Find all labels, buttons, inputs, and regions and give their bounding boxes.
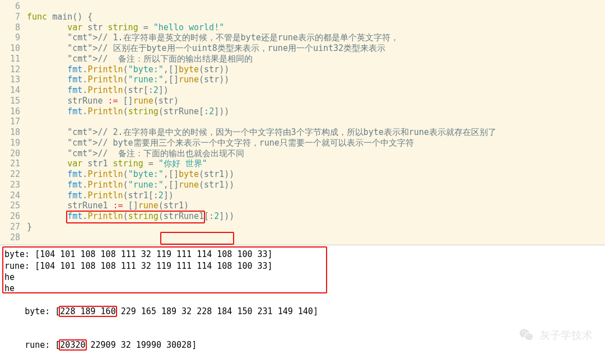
- code-text: fmt.Println(string(strRune[:2])): [27, 106, 605, 117]
- code-line: 8 var str string = "hello world!": [0, 22, 605, 33]
- line-number: 10: [0, 43, 27, 54]
- code-text: fmt.Println("byte:",[]byte(str1)): [27, 169, 605, 180]
- wechat-icon: [518, 327, 535, 344]
- line-number: 24: [0, 190, 27, 201]
- line-number: 26: [0, 211, 27, 222]
- line-number: 15: [0, 96, 27, 106]
- output-line: byte: [104 101 108 108 111 32 119 111 11…: [4, 249, 603, 260]
- code-line: 19 "cmt">// byte需要用三个来表示一个中文字符，rune只需要一个…: [0, 138, 605, 148]
- code-line: 20 "cmt">// 备注：下面的输出也就会出现不同: [0, 148, 605, 159]
- code-line: 6: [0, 1, 605, 12]
- code-text: "cmt">// byte需要用三个来表示一个中文字符，rune只需要一个就可以…: [27, 138, 605, 148]
- line-number: 16: [0, 106, 27, 117]
- code-text: [27, 232, 605, 243]
- line-number: 27: [0, 222, 27, 232]
- watermark-text: 灰子学技术: [539, 328, 593, 343]
- code-line: 28: [0, 232, 605, 243]
- code-line: 16 fmt.Println(string(strRune[:2])): [0, 106, 605, 117]
- line-number: 25: [0, 200, 27, 211]
- line-number: 13: [0, 74, 27, 85]
- code-line: 9 "cmt">// 1.在字符串是英文的时候，不管是byte还是rune表示的…: [0, 32, 605, 43]
- line-number: 19: [0, 138, 27, 148]
- code-text: }: [27, 222, 605, 232]
- code-text: "cmt">// 2.在字符串是中文的时候，因为一个中文字符由3个字节构成，所以…: [27, 127, 605, 138]
- code-text: func main() {: [27, 12, 605, 22]
- code-line: 15 strRune := []rune(str): [0, 96, 605, 106]
- highlight-box-strrune1: [160, 232, 234, 245]
- program-output: byte: [104 101 108 108 111 32 119 111 11…: [0, 245, 605, 364]
- line-number: 12: [0, 64, 27, 75]
- code-line: 27}: [0, 222, 605, 232]
- code-text: "cmt">// 1.在字符串是英文的时候，不管是byte还是rune表示的都是…: [27, 32, 605, 43]
- code-text: fmt.Println("rune:",[]rune(str1)): [27, 180, 605, 190]
- line-number: 6: [0, 1, 27, 12]
- code-line: 18 "cmt">// 2.在字符串是中文的时候，因为一个中文字符由3个字节构成…: [0, 127, 605, 138]
- code-text: "cmt">// 备注：所以下面的输出结果是相同的: [27, 54, 605, 64]
- line-number: 28: [0, 232, 27, 243]
- code-line: 21 var str1 string = "你好 世界": [0, 158, 605, 169]
- output-line: he: [4, 283, 603, 294]
- code-line: 11 "cmt">// 备注：所以下面的输出结果是相同的: [0, 54, 605, 64]
- code-line: 23 fmt.Println("rune:",[]rune(str1)): [0, 180, 605, 190]
- code-line: 22 fmt.Println("byte:",[]byte(str1)): [0, 169, 605, 180]
- code-line: 26 fmt.Println(string(strRune1[:2])): [0, 211, 605, 222]
- line-number: 11: [0, 54, 27, 64]
- code-line: 7func main() {: [0, 12, 605, 22]
- output-line: he: [4, 272, 603, 283]
- code-line: 25 strRune1 := []rune(str1): [0, 200, 605, 211]
- code-line: 24 fmt.Println(str1[:2]): [0, 190, 605, 201]
- code-text: "cmt">// 区别在于byte用一个uint8类型来表示，rune用一个ui…: [27, 43, 605, 54]
- line-number: 7: [0, 12, 27, 22]
- output-line: rune: [20320 22909 32 19990 30028]: [4, 328, 603, 362]
- code-line: 17: [0, 116, 605, 127]
- line-number: 14: [0, 85, 27, 96]
- code-line: 12 fmt.Println("byte:",[]byte(str)): [0, 64, 605, 75]
- code-text: fmt.Println("byte:",[]byte(str)): [27, 64, 605, 75]
- code-text: strRune1 := []rune(str1): [27, 200, 605, 211]
- code-line: 10 "cmt">// 区别在于byte用一个uint8类型来表示，rune用一…: [0, 43, 605, 54]
- line-number: 8: [0, 22, 27, 33]
- line-number: 22: [0, 169, 27, 180]
- code-line: 14 fmt.Println(str[:2]): [0, 85, 605, 96]
- code-text: var str string = "hello world!": [27, 22, 605, 33]
- line-number: 18: [0, 127, 27, 138]
- line-number: 21: [0, 158, 27, 169]
- line-number: 20: [0, 148, 27, 159]
- line-number: 23: [0, 180, 27, 190]
- code-editor: 6 7func main() {8 var str string = "hell…: [0, 0, 605, 245]
- watermark: 灰子学技术: [518, 327, 593, 344]
- code-text: fmt.Println(str1[:2]): [27, 190, 605, 201]
- code-text: fmt.Println(str[:2]): [27, 85, 605, 96]
- code-text: "cmt">// 备注：下面的输出也就会出现不同: [27, 148, 605, 159]
- code-text: fmt.Println(string(strRune1[:2])): [27, 211, 605, 222]
- output-line: byte: [228 189 160 229 165 189 32 228 18…: [4, 294, 603, 328]
- code-text: strRune := []rune(str): [27, 96, 605, 106]
- code-text: var str1 string = "你好 世界": [27, 158, 605, 169]
- line-number: 9: [0, 32, 27, 43]
- code-text: [27, 1, 605, 12]
- line-number: 17: [0, 116, 27, 127]
- code-line: 13 fmt.Println("rune:",[]rune(str)): [0, 74, 605, 85]
- output-line: rune: [104 101 108 108 111 32 119 111 11…: [4, 260, 603, 272]
- code-text: [27, 116, 605, 127]
- code-text: fmt.Println("rune:",[]rune(str)): [27, 74, 605, 85]
